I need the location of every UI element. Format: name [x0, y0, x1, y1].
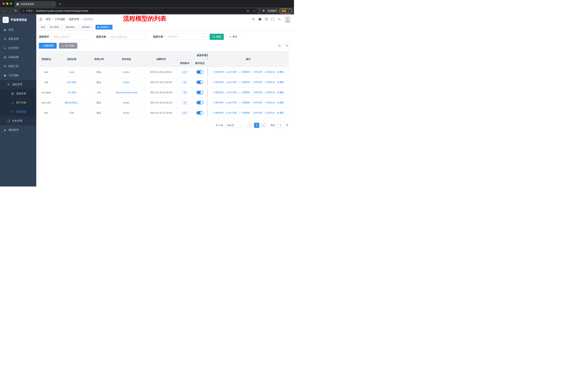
- active-toggle[interactable]: [197, 101, 203, 104]
- help-icon[interactable]: ?: [265, 18, 268, 21]
- action-publish[interactable]: ↑发布流程: [252, 101, 262, 104]
- action-edit[interactable]: ✎修改流程: [213, 101, 224, 104]
- form-link[interactable]: /bpm/oa/leave/create: [115, 91, 137, 94]
- sidebar-item-devtools[interactable]: ⚒ 研发工具 ›: [0, 62, 36, 71]
- action-definition[interactable]: ⚭流程定义: [264, 111, 275, 114]
- action-definition[interactable]: ⚭流程定义: [264, 71, 275, 74]
- action-definition[interactable]: ⚭流程定义: [264, 81, 275, 84]
- refresh-table-button[interactable]: ↻: [284, 43, 290, 49]
- sidebar-item-home[interactable]: ◉ 首页: [0, 25, 36, 34]
- sidebar-item-system[interactable]: ⚙ 系统管理 ›: [0, 34, 36, 43]
- tag-process-model[interactable]: 流程模型 ×: [95, 25, 113, 30]
- goto-page-input[interactable]: [277, 123, 285, 128]
- action-delete[interactable]: ✖删除: [277, 101, 284, 104]
- action-design[interactable]: ◎设计流程: [226, 111, 237, 114]
- page-1-button[interactable]: 1: [254, 123, 259, 128]
- model-name-link[interactable]: eeee: [69, 71, 74, 73]
- import-process-button[interactable]: ↥ 导入流程: [59, 43, 77, 49]
- active-toggle[interactable]: [197, 91, 203, 94]
- active-toggle[interactable]: [197, 81, 203, 84]
- breadcrumb-home[interactable]: 首页: [46, 18, 55, 21]
- model-name-link[interactable]: 测试多审批人: [65, 101, 79, 104]
- action-publish[interactable]: ↑发布流程: [252, 71, 262, 74]
- tag-close-icon[interactable]: ×: [75, 26, 77, 28]
- hide-search-button[interactable]: [277, 43, 282, 49]
- collapse-sidebar-icon[interactable]: [39, 18, 43, 21]
- sidebar-item-process-model[interactable]: ✈ 流程模型: [0, 107, 36, 116]
- model-name-link[interactable]: 自己审批: [67, 81, 77, 84]
- action-edit[interactable]: ✎修改流程: [213, 71, 224, 74]
- sidebar-item-leave-query[interactable]: ☻ 请假查询: [0, 125, 36, 135]
- model-name-link[interactable]: OA 请假: [67, 91, 76, 94]
- sidebar-item-process-form[interactable]: ▥ 流程表单: [0, 89, 36, 98]
- reload-icon[interactable]: ↻: [13, 9, 18, 12]
- action-delete[interactable]: ✖删除: [277, 91, 284, 94]
- action-publish[interactable]: ↑发布流程: [252, 91, 262, 94]
- form-link[interactable]: biubiu: [123, 81, 130, 84]
- minimize-window-button[interactable]: [6, 2, 8, 5]
- form-link[interactable]: biubiu: [123, 71, 130, 73]
- tag-my-process[interactable]: 我的流程 ×: [64, 25, 79, 30]
- active-toggle[interactable]: [197, 70, 203, 74]
- action-publish[interactable]: ↑发布流程: [252, 111, 262, 114]
- reset-button[interactable]: ↻ 重置: [226, 34, 240, 40]
- sidebar-item-infrastructure[interactable]: ▤ 基础设施 ›: [0, 53, 36, 62]
- process-category-select[interactable]: 流程分类 ▾: [165, 34, 206, 40]
- action-assign-rule[interactable]: ☺分配规则: [239, 81, 250, 84]
- action-design[interactable]: ◎设计流程: [226, 81, 237, 84]
- security-label[interactable]: 不安全: [26, 9, 33, 13]
- back-icon[interactable]: ←: [2, 9, 7, 12]
- fullscreen-icon[interactable]: [271, 18, 274, 21]
- next-page-button[interactable]: ›: [261, 123, 266, 128]
- user-avatar[interactable]: [284, 16, 291, 23]
- action-publish[interactable]: ↑发布流程: [252, 81, 262, 84]
- action-delete[interactable]: ✖删除: [277, 71, 284, 74]
- active-toggle[interactable]: [197, 111, 203, 115]
- sidebar-item-user-group[interactable]: ☺ 用户分组: [0, 98, 36, 107]
- create-process-button[interactable]: + 新建流程: [39, 43, 57, 49]
- tag-close-icon[interactable]: ×: [60, 26, 61, 28]
- close-window-button[interactable]: [2, 2, 5, 5]
- process-name-input[interactable]: [108, 34, 148, 40]
- action-design[interactable]: ◎设计流程: [226, 101, 237, 104]
- tag-home[interactable]: 首页: [39, 25, 47, 30]
- process-key-input[interactable]: [51, 34, 91, 40]
- action-design[interactable]: ◎设计流程: [226, 71, 237, 74]
- sidebar-item-workflow[interactable]: ▣ 工作流程 ›: [0, 71, 36, 80]
- action-edit[interactable]: ✎修改流程: [213, 91, 224, 94]
- model-name-link[interactable]: 滔博: [69, 111, 74, 114]
- tab-close-icon[interactable]: ×: [53, 3, 54, 6]
- action-edit[interactable]: ✎修改流程: [213, 81, 224, 84]
- action-assign-rule[interactable]: ☺分配规则: [239, 71, 250, 74]
- action-design[interactable]: ◎设计流程: [226, 91, 237, 94]
- tag-tenant[interactable]: 租户管理 ×: [48, 25, 63, 30]
- sidebar-item-process-management[interactable]: ☰ 流程管理 ›: [0, 80, 36, 89]
- search-icon[interactable]: [252, 18, 255, 21]
- browser-menu-update-button[interactable]: 更新 ⋮: [279, 8, 292, 13]
- action-assign-rule[interactable]: ☺分配规则: [239, 111, 250, 114]
- bookmark-star-icon[interactable]: ☆: [253, 9, 255, 13]
- breadcrumb-workflow[interactable]: 工作流程: [55, 18, 69, 21]
- search-button[interactable]: 搜索: [210, 34, 224, 40]
- tag-process-form[interactable]: 流程表单 ×: [80, 25, 94, 30]
- prev-page-button[interactable]: ‹: [247, 123, 252, 128]
- page-size-select[interactable]: 10条/页 ▾: [225, 123, 242, 128]
- url-text[interactable]: dashboard.yudao.iocoder.cn/bpm/manager/m…: [36, 10, 244, 12]
- action-edit[interactable]: ✎修改流程: [213, 111, 224, 114]
- zoom-window-button[interactable]: [10, 2, 12, 5]
- github-icon[interactable]: [258, 18, 262, 21]
- breadcrumb-process-management[interactable]: 流程管理: [69, 18, 83, 21]
- forward-icon[interactable]: →: [7, 9, 13, 12]
- font-size-icon[interactable]: TT: [278, 18, 281, 21]
- action-delete[interactable]: ✖删除: [277, 81, 284, 84]
- new-tab-button[interactable]: +: [59, 2, 61, 6]
- address-bar[interactable]: ⚠ 不安全 dashboard.yudao.iocoder.cn/bpm/man…: [20, 8, 258, 13]
- action-assign-rule[interactable]: ☺分配规则: [239, 101, 250, 104]
- key-icon[interactable]: [247, 10, 250, 12]
- sidebar-item-payment[interactable]: ¥ 支付管理 ›: [0, 43, 36, 53]
- action-assign-rule[interactable]: ☺分配规则: [239, 91, 250, 94]
- action-definition[interactable]: ⚭流程定义: [264, 101, 275, 104]
- browser-tab[interactable]: 芋道管理系统 ×: [15, 1, 56, 7]
- action-definition[interactable]: ⚭流程定义: [264, 91, 275, 94]
- form-link[interactable]: biubiu: [123, 111, 130, 114]
